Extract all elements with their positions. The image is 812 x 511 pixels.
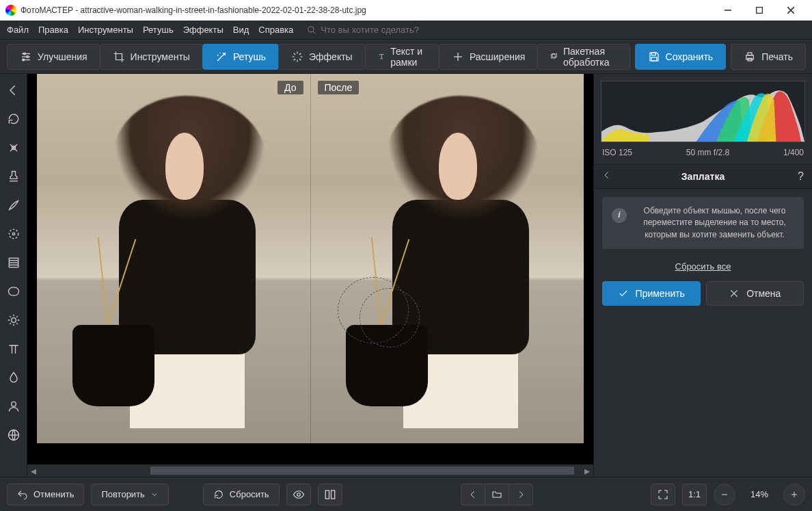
panel-back-button[interactable] bbox=[602, 170, 616, 183]
preview-button[interactable] bbox=[286, 484, 311, 506]
menu-file[interactable]: Файл bbox=[7, 25, 29, 35]
scroll-right-icon[interactable]: ▸ bbox=[581, 464, 593, 477]
titlebar: ФотоМАСТЕР - attractive-woman-walking-in… bbox=[0, 0, 812, 21]
svg-point-4 bbox=[308, 26, 314, 31]
liquify-tool[interactable] bbox=[4, 368, 23, 387]
search-icon bbox=[307, 25, 316, 35]
panel-help-button[interactable]: ? bbox=[790, 170, 804, 183]
print-button[interactable]: Печать bbox=[731, 44, 806, 70]
menu-retouch[interactable]: Ретушь bbox=[143, 25, 174, 35]
globe-tool[interactable] bbox=[4, 425, 23, 445]
fit-screen-button[interactable] bbox=[651, 484, 675, 506]
canvas-viewport[interactable]: До После bbox=[27, 74, 593, 464]
portrait-tool[interactable] bbox=[4, 397, 23, 416]
svg-rect-17 bbox=[651, 57, 657, 60]
svg-rect-19 bbox=[748, 53, 752, 55]
next-image-button[interactable] bbox=[509, 484, 533, 506]
tab-label: Расширения bbox=[470, 51, 525, 62]
cancel-button[interactable]: Отмена bbox=[706, 281, 804, 306]
scroll-thumb[interactable] bbox=[150, 467, 574, 475]
exif-iso: ISO 125 bbox=[602, 148, 632, 157]
tab-retouch[interactable]: Ретушь bbox=[202, 44, 279, 70]
info-icon: i bbox=[612, 208, 627, 223]
toolbar: Улучшения Инструменты Ретушь Эффекты Тек… bbox=[0, 40, 812, 74]
zoom-out-button[interactable] bbox=[714, 484, 735, 506]
btn-label: Отмена bbox=[746, 288, 781, 299]
left-toolbar bbox=[0, 74, 27, 477]
chevron-down-icon bbox=[150, 490, 159, 499]
svg-rect-29 bbox=[8, 287, 18, 296]
tab-label: Инструменты bbox=[131, 51, 190, 62]
window-close-button[interactable] bbox=[775, 0, 807, 21]
tab-extensions[interactable]: Расширения bbox=[439, 44, 538, 70]
radial-tool[interactable] bbox=[4, 224, 23, 244]
vignette-tool[interactable] bbox=[4, 282, 23, 301]
tab-tools[interactable]: Инструменты bbox=[100, 44, 203, 70]
menu-effects[interactable]: Эффекты bbox=[183, 25, 224, 35]
menu-help[interactable]: Справка bbox=[258, 25, 293, 35]
batch-button[interactable]: Пакетная обработка bbox=[537, 44, 630, 70]
plus-icon bbox=[452, 51, 464, 63]
wand-icon bbox=[215, 51, 228, 63]
apply-button[interactable]: Применить bbox=[602, 281, 701, 306]
brush-tool[interactable] bbox=[4, 196, 23, 215]
svg-rect-37 bbox=[325, 490, 329, 499]
image-before: До bbox=[37, 74, 310, 443]
heal-tool[interactable] bbox=[4, 138, 23, 157]
open-folder-button[interactable] bbox=[485, 484, 509, 506]
svg-point-31 bbox=[11, 402, 16, 406]
scroll-left-icon[interactable]: ◂ bbox=[27, 464, 40, 477]
exif-lens: 50 mm f/2.8 bbox=[686, 148, 729, 157]
stamp-tool[interactable] bbox=[4, 167, 23, 186]
menu-tools[interactable]: Инструменты bbox=[78, 25, 133, 35]
actual-size-button[interactable]: 1:1 bbox=[682, 484, 707, 506]
redo-button[interactable]: Повторить bbox=[91, 484, 168, 506]
exif-row: ISO 125 50 mm f/2.8 1/400 bbox=[594, 145, 812, 164]
ratio-label: 1:1 bbox=[688, 489, 701, 499]
tab-label: Ретушь bbox=[233, 51, 266, 62]
search-wrap bbox=[307, 25, 457, 35]
svg-rect-1 bbox=[757, 8, 763, 14]
back-button[interactable] bbox=[4, 81, 23, 100]
window-maximize-button[interactable] bbox=[744, 0, 775, 21]
reset-all-link[interactable]: Сбросить все bbox=[594, 261, 812, 272]
undo-button[interactable]: Отменить bbox=[7, 484, 84, 506]
histogram[interactable] bbox=[601, 81, 805, 142]
tab-effects[interactable]: Эффекты bbox=[278, 44, 366, 70]
reset-icon bbox=[213, 489, 224, 500]
svg-point-36 bbox=[297, 493, 300, 496]
text-icon bbox=[378, 51, 385, 63]
gradient-tool[interactable] bbox=[4, 253, 23, 272]
menu-edit[interactable]: Правка bbox=[38, 25, 68, 35]
canvas-area: До После ◂ bbox=[27, 74, 593, 477]
svg-rect-15 bbox=[552, 53, 556, 57]
check-icon bbox=[618, 288, 629, 299]
minus-icon bbox=[720, 490, 729, 499]
close-icon bbox=[729, 288, 740, 299]
save-button[interactable]: Сохранить bbox=[635, 44, 727, 70]
window-minimize-button[interactable] bbox=[712, 0, 744, 21]
tab-text[interactable]: Текст и рамки bbox=[365, 44, 439, 70]
rotate-tool[interactable] bbox=[4, 109, 23, 129]
compare-button[interactable] bbox=[318, 484, 342, 506]
patch-selection[interactable] bbox=[360, 288, 420, 347]
title-filename: attractive-woman-walking-in-street-in-fa… bbox=[81, 5, 366, 15]
title-sep: - bbox=[73, 5, 81, 15]
plus-icon bbox=[789, 490, 799, 499]
tab-enhance[interactable]: Улучшения bbox=[7, 44, 100, 70]
tab-label: Улучшения bbox=[38, 51, 87, 62]
reset-button[interactable]: Сбросить bbox=[203, 484, 280, 506]
svg-point-30 bbox=[11, 318, 16, 323]
btn-label: Отменить bbox=[33, 489, 74, 499]
text-tool[interactable] bbox=[4, 339, 23, 358]
svg-point-23 bbox=[9, 229, 18, 238]
menu-view[interactable]: Вид bbox=[233, 25, 249, 35]
app-logo-icon bbox=[5, 5, 16, 16]
tab-label: Пакетная обработка bbox=[563, 46, 617, 68]
panel-header: Заплатка ? bbox=[594, 164, 812, 189]
exposure-tool[interactable] bbox=[4, 311, 23, 330]
search-input[interactable] bbox=[321, 25, 457, 35]
zoom-in-button[interactable] bbox=[783, 484, 805, 506]
horizontal-scrollbar[interactable]: ◂ ▸ bbox=[27, 464, 593, 477]
prev-image-button[interactable] bbox=[461, 484, 485, 506]
